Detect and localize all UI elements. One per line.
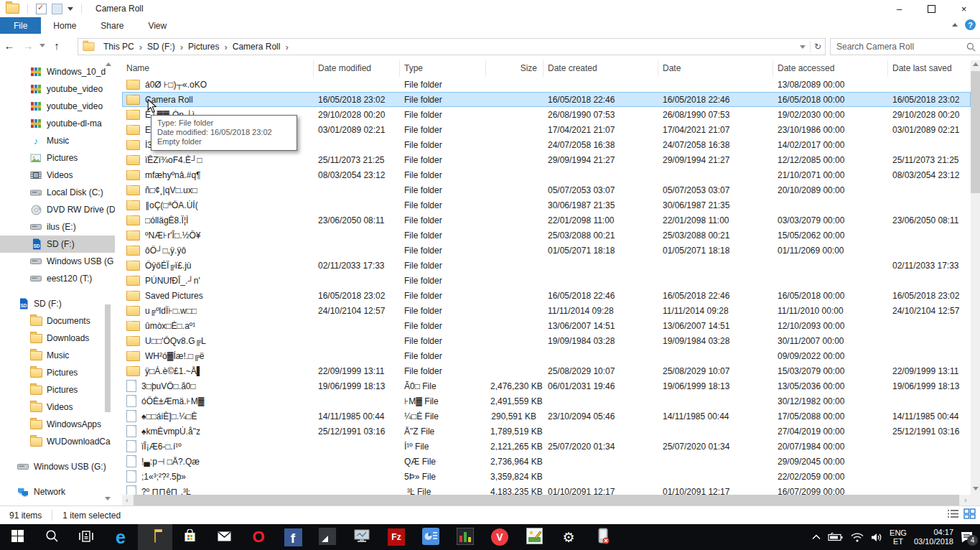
horizontal-scrollbar[interactable]: ‹ › (122, 495, 971, 505)
file-row[interactable]: mfæhyºnâ.#q¶08/03/2054 23:12File folder2… (122, 167, 971, 182)
file-row[interactable]: óÔÈ±Æmä.⊦M▓⊦M▓ File2,491,559 KB30/12/198… (122, 393, 971, 409)
battery-icon[interactable] (828, 533, 844, 541)
column-header-date[interactable]: Date (658, 60, 773, 77)
sidebar-item-windows-10-d[interactable]: Windows_10_d (0, 63, 115, 80)
taskbar-mail[interactable] (207, 524, 241, 550)
file-row[interactable]: ïÎ¡Æ6-□.í¹ºÍ¹º File2,121,265 KB25/07/202… (122, 439, 971, 454)
vertical-scroll-thumb[interactable] (971, 71, 980, 193)
taskbar-image-editor[interactable] (517, 524, 551, 550)
taskbar-settings[interactable]: ⚙ (551, 524, 586, 550)
file-row[interactable]: U□□'ÔQv8.G╔LFile folder19/09/1984 03:281… (122, 333, 971, 348)
refresh-icon[interactable]: ↻ (811, 39, 825, 54)
file-row[interactable]: WH²ó▓Íæ!.□╔ëFile folder09/09/2022 00:00 (122, 348, 971, 363)
vertical-scrollbar[interactable] (971, 60, 980, 495)
breadcrumb-item[interactable]: This PC (100, 42, 138, 52)
file-row[interactable]: Camera Roll16/05/2018 23:02File folder16… (122, 92, 971, 107)
tab-home[interactable]: Home (41, 17, 88, 34)
breadcrumb-item[interactable]: Pictures (185, 42, 223, 52)
forward-button[interactable]: → (19, 39, 37, 52)
breadcrumb-item[interactable]: SD (F:) (144, 42, 179, 52)
sidebar-item-music[interactable]: ♪Music (0, 132, 115, 149)
tab-view[interactable]: View (136, 17, 179, 34)
column-header-date-created[interactable]: Date created (543, 60, 658, 77)
taskbar-search[interactable] (34, 524, 69, 550)
sidebar-item-music[interactable]: Music (0, 347, 115, 364)
sidebar-item-pictures[interactable]: Pictures (0, 149, 115, 167)
sidebar-item-ilus-e[interactable]: ilus (E:) (0, 218, 115, 236)
column-header-date-modified[interactable]: Date modified (314, 60, 400, 77)
file-row[interactable]: ïÊZï¾oF4.È┘□25/11/2073 21:25File folder2… (122, 152, 971, 167)
taskbar-store[interactable] (172, 524, 207, 550)
maximize-button[interactable] (915, 0, 948, 17)
taskbar-usage-stats[interactable] (448, 524, 482, 550)
search-icon[interactable] (966, 42, 976, 52)
file-row[interactable]: ŐýöÉÏ╔ï£.jù02/11/2033 17:33File folder02… (122, 258, 971, 273)
file-row[interactable]: ÿ□Á.è©£1.~Å▌22/09/1999 13:11File folder2… (122, 363, 971, 378)
details-view-icon[interactable] (947, 508, 959, 519)
file-row[interactable]: Saved Pictures16/05/2018 23:02File folde… (122, 288, 971, 303)
taskbar-facebook[interactable]: f (276, 524, 310, 550)
language-indicator[interactable]: ENG ET (890, 528, 907, 546)
sidebar-item-network[interactable]: Network (0, 483, 115, 500)
file-row[interactable]: ♠□□áiÈ]□.¼□È14/11/1985 00:44¼□È File290,… (122, 409, 971, 424)
thumbnails-view-icon[interactable] (963, 508, 976, 519)
file-row[interactable]: ;1«³;²?².5þ»5Þ» File3,359,824 KB22/02/20… (122, 469, 971, 484)
close-button[interactable]: × (948, 0, 980, 17)
taskbar-file-explorer[interactable] (138, 524, 172, 550)
back-button[interactable]: ← (0, 39, 19, 52)
taskbar-card-reader[interactable] (586, 524, 620, 550)
taskbar-disk-tool[interactable] (414, 524, 448, 550)
sidebar-item-windowsapps[interactable]: WindowsApps (0, 416, 115, 433)
scroll-up-icon[interactable] (106, 62, 111, 66)
tab-file[interactable]: File (0, 17, 41, 34)
sidebar-item-youtube-dl-ma[interactable]: youtube-dl-ma (0, 115, 115, 132)
up-button[interactable]: ↑ (47, 39, 66, 52)
search-box[interactable] (830, 38, 980, 55)
file-row[interactable]: ôŐ┘□,ÿ.ÿôFile folder01/05/2071 18:1801/0… (122, 243, 971, 258)
scroll-down-icon[interactable] (973, 487, 979, 490)
file-row[interactable]: ñ□¢¸|qV□.ux□File folder05/07/2053 03:070… (122, 182, 971, 197)
help-icon[interactable]: ? (965, 19, 976, 30)
taskbar-app-dark[interactable] (310, 524, 345, 550)
file-row[interactable]: ♠kmÈvmpÙ.å"z25/12/1991 03:16Å"Z File1,78… (122, 424, 971, 439)
address-dropdown-chevron-icon[interactable] (795, 39, 810, 54)
wifi-icon[interactable] (851, 533, 864, 542)
sidebar-item-documents[interactable]: Documents (0, 312, 115, 330)
file-row[interactable]: ûmòx□É□.aº¹File folder13/06/2007 14:5113… (122, 318, 971, 333)
sidebar-item-windows-usb-g[interactable]: Windows USB (G:) (0, 458, 115, 475)
sidebar-item-windows-usb-g[interactable]: Windows USB (G (0, 253, 115, 270)
file-row[interactable]: u╔ºldÏ⊦□.w□□24/10/2104 12:57File folder1… (122, 303, 971, 318)
sidebar-item-youtube-video[interactable]: youtube_video (0, 80, 115, 98)
file-row[interactable]: □óllägÈ8.Ï¦Ì23/06/2050 08:11File folder2… (122, 213, 971, 228)
file-row[interactable]: ?º ∏∏ê∏¸.³Ŀ¸³Ŀ File4,183,235 KB01/10/209… (122, 484, 971, 495)
taskbar-system-monitor[interactable] (345, 524, 379, 550)
volume-icon[interactable] (871, 533, 882, 542)
scroll-left-icon[interactable]: ‹ (122, 496, 132, 504)
scroll-up-icon[interactable] (973, 62, 979, 66)
breadcrumb-item[interactable]: Camera Roll (229, 42, 284, 52)
sidebar-item-dvd-rw-drive-d[interactable]: DVD RW Drive (D (0, 201, 115, 218)
sidebar-item-eest120-t[interactable]: eest120 (T:) (0, 270, 115, 287)
tab-share[interactable]: Share (88, 17, 136, 34)
column-header-date-accessed[interactable]: Date accessed (773, 60, 888, 77)
column-header-type[interactable]: Type (400, 60, 486, 77)
recent-locations-chevron-icon[interactable] (39, 44, 45, 47)
column-header-name[interactable]: Name (122, 60, 314, 77)
taskbar-opera[interactable]: O (241, 524, 276, 550)
taskbar-task-view[interactable] (69, 524, 103, 550)
action-center-icon[interactable]: 4 (961, 531, 973, 543)
clock[interactable]: 04:17 03/10/2018 (914, 528, 953, 546)
hidden-icons-chevron-icon[interactable] (812, 534, 821, 540)
sidebar-item-wudownloadca[interactable]: WUDownloadCa (0, 433, 115, 450)
properties-icon[interactable] (36, 4, 47, 14)
customize-toolbar-chevron-icon[interactable] (67, 7, 73, 11)
sidebar-item-videos[interactable]: Videos (0, 398, 115, 416)
sidebar-scroll-thumb[interactable] (105, 304, 111, 412)
taskbar-filezilla[interactable]: Fz (379, 524, 414, 550)
sidebar-item-sd-f[interactable]: SDSD (F:) (0, 236, 115, 253)
new-folder-icon[interactable] (52, 4, 62, 14)
sidebar-item-youtube-video[interactable]: youtube_video (0, 98, 115, 115)
file-row[interactable]: !▄:p⊣ □Å?.QæQÆ File2,736,964 KB29/09/204… (122, 454, 971, 469)
file-row[interactable]: á0Ø ⊦□)┬«.oKOFile folder13/08/2089 00:00 (122, 77, 971, 92)
horizontal-scroll-thumb[interactable] (134, 495, 959, 505)
